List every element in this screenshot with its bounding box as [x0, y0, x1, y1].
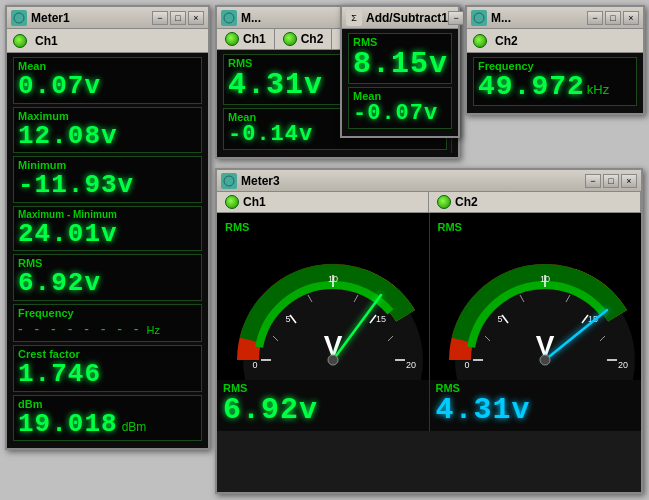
- meter1-rms-value: 6.92v: [18, 269, 197, 298]
- meter3-ch1-tab[interactable]: Ch1: [217, 192, 429, 212]
- addsub-rms-block: RMS 8.15v: [348, 33, 452, 84]
- addsub-mean-block: Mean -0.07v: [348, 87, 452, 129]
- meter1-freq-unit: Hz: [147, 324, 160, 336]
- meter1-icon: [11, 10, 27, 26]
- freq-icon: [471, 10, 487, 26]
- meter3-ch2-rms-bottom: RMS 4.31v: [430, 380, 642, 431]
- meter1-close[interactable]: ×: [188, 11, 204, 25]
- meter3-ch1-rms-bottom-value: 6.92v: [223, 394, 423, 427]
- meter1-titlebar: Meter1 − □ ×: [7, 7, 208, 29]
- meter1-maxmin-value: 24.01v: [18, 220, 197, 249]
- svg-text:15: 15: [376, 314, 386, 324]
- addsub-minimize[interactable]: −: [448, 11, 464, 25]
- meter1-mean-value: 0.07v: [18, 72, 197, 101]
- freq-titlebar: M... − □ ×: [467, 7, 643, 29]
- meter3-gauge1-section: RMS: [217, 213, 430, 431]
- meter3-titlebar: Meter3 − □ ×: [217, 170, 641, 192]
- meter3-ch1-label: Ch1: [243, 195, 266, 209]
- meter2-icon: [221, 10, 237, 26]
- freq-metric-block: Frequency 49.972 kHz: [473, 57, 637, 106]
- svg-point-21: [328, 355, 338, 365]
- meter2-ch2-label: Ch2: [301, 32, 324, 46]
- meter1-dbm-block: dBm 19.018 dBm: [13, 395, 202, 442]
- meter1-channelbar: Ch1: [7, 29, 208, 53]
- meter1-maxmin-block: Maximum - Minimum 24.01v: [13, 206, 202, 252]
- meter3-ch2-rms-label: RMS: [438, 221, 462, 233]
- meter1-minimize[interactable]: −: [152, 11, 168, 25]
- meter2-title: M...: [241, 11, 261, 25]
- meter1-title: Meter1: [31, 11, 70, 25]
- meter3-gauge2-container: 0 5 10 15 20: [430, 235, 642, 380]
- meter3-ch2-tab[interactable]: Ch2: [429, 192, 641, 212]
- addsub-mean-value: -0.07v: [353, 102, 447, 126]
- freq-close[interactable]: ×: [623, 11, 639, 25]
- meter3-gauge1: 0 5 10 15 20: [233, 250, 413, 370]
- svg-point-0: [14, 13, 24, 23]
- addsub-icon: Σ: [346, 10, 362, 26]
- meter1-min-value: -11.93v: [18, 171, 197, 200]
- svg-text:20: 20: [618, 360, 628, 370]
- freq-minimize[interactable]: −: [587, 11, 603, 25]
- freq-restore[interactable]: □: [605, 11, 621, 25]
- svg-point-3: [224, 176, 234, 186]
- addsub-content: RMS 8.15v Mean -0.07v: [342, 29, 458, 136]
- addsub-title: Add/Subtract1: [366, 11, 448, 25]
- meter2-ch1-label: Ch1: [243, 32, 266, 46]
- meter1-dbm-value: 19.018: [18, 410, 118, 439]
- meter1-freq-label: Frequency: [18, 307, 197, 319]
- meter1-max-value: 12.08v: [18, 122, 197, 151]
- meter3-window: Meter3 − □ × Ch1 Ch2 RMS: [215, 168, 643, 494]
- meter1-mean-block: Mean 0.07v: [13, 57, 202, 104]
- meter2-ch1-indicator: [225, 32, 239, 46]
- meter1-min-block: Minimum -11.93v: [13, 156, 202, 203]
- meter2-ch1-tab[interactable]: Ch1: [217, 29, 275, 49]
- meter3-ch2-indicator: [437, 195, 451, 209]
- freq-ch2-indicator: [473, 34, 487, 48]
- meter3-ch1-rms-bottom: RMS 6.92v: [217, 380, 429, 431]
- meter1-freq-dashes: - - - - - - - -: [18, 321, 143, 337]
- meter1-ch1-label: Ch1: [35, 34, 58, 48]
- meter3-gauge1-container: 0 5 10 15 20: [217, 235, 429, 380]
- freq-ch2-label: Ch2: [495, 34, 518, 48]
- meter3-icon: [221, 173, 237, 189]
- meter3-ch2-label: Ch2: [455, 195, 478, 209]
- freq-content: Frequency 49.972 kHz: [467, 53, 643, 113]
- freq-window: M... − □ × Ch2 Frequency 49.972 kHz: [465, 5, 645, 115]
- addsub-titlebar: Σ Add/Subtract1 − □ ×: [342, 7, 458, 29]
- freq-title: M...: [491, 11, 511, 25]
- addsub-window: Σ Add/Subtract1 − □ × RMS 8.15v Mean -0.…: [340, 5, 460, 138]
- meter3-gauges-row: RMS: [217, 213, 641, 431]
- meter3-gauge2: 0 5 10 15 20: [445, 250, 625, 370]
- freq-channelbar: Ch2: [467, 29, 643, 53]
- freq-unit: kHz: [587, 82, 609, 97]
- meter3-title: Meter3: [241, 174, 280, 188]
- meter3-gauge2-section: RMS 0 5: [430, 213, 642, 431]
- meter3-channel-tabs: Ch1 Ch2: [217, 192, 641, 213]
- meter1-crest-value: 1.746: [18, 360, 197, 389]
- meter1-max-block: Maximum 12.08v: [13, 107, 202, 154]
- meter3-restore[interactable]: □: [603, 174, 619, 188]
- meter3-ch1-indicator: [225, 195, 239, 209]
- meter2-ch2-tab[interactable]: Ch2: [275, 29, 333, 49]
- meter1-dbm-unit: dBm: [122, 420, 147, 434]
- meter1-ch1-indicator: [13, 34, 27, 48]
- svg-point-39: [540, 355, 550, 365]
- svg-text:20: 20: [406, 360, 416, 370]
- meter3-minimize[interactable]: −: [585, 174, 601, 188]
- meter1-crest-block: Crest factor 1.746: [13, 345, 202, 392]
- meter1-dbm-label: dBm: [18, 398, 197, 410]
- svg-text:0: 0: [465, 360, 470, 370]
- meter1-max-label: Maximum: [18, 110, 197, 122]
- svg-point-1: [224, 13, 234, 23]
- meter3-ch2-rms-bottom-value: 4.31v: [436, 394, 636, 427]
- addsub-rms-value: 8.15v: [353, 48, 447, 81]
- meter1-window: Meter1 − □ × Ch1 Mean 0.07v Maximum 12.0…: [5, 5, 210, 450]
- meter3-close[interactable]: ×: [621, 174, 637, 188]
- svg-text:0: 0: [252, 360, 257, 370]
- meter2-ch2-indicator: [283, 32, 297, 46]
- meter1-freq-block: Frequency - - - - - - - - Hz: [13, 304, 202, 342]
- svg-point-2: [474, 13, 484, 23]
- meter1-restore[interactable]: □: [170, 11, 186, 25]
- meter1-content: Mean 0.07v Maximum 12.08v Minimum -11.93…: [7, 53, 208, 448]
- meter3-ch1-rms-label: RMS: [225, 221, 249, 233]
